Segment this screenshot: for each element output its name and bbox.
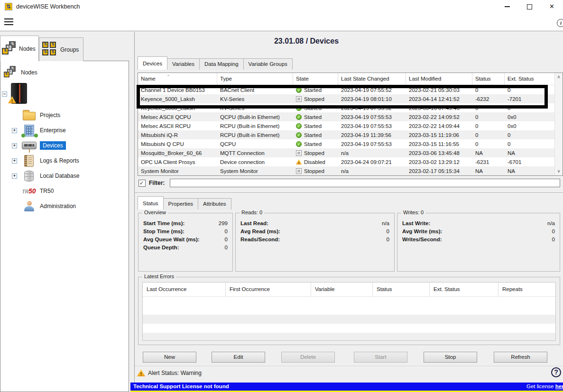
sidebar-item-projects[interactable]: Projects bbox=[0, 108, 129, 123]
get-license-link[interactable]: here bbox=[555, 383, 563, 389]
table-row[interactable]: Mosquitto_Broker_60_66 MQTT Connection S… bbox=[138, 148, 554, 157]
state-icon bbox=[296, 96, 302, 102]
license-message: Technical Support License not found bbox=[133, 383, 229, 391]
column-header-last-occurrence[interactable]: Last Occurrence bbox=[143, 283, 226, 296]
stat-value: 0 bbox=[225, 245, 228, 250]
menu-bar bbox=[0, 13, 563, 31]
edit-button[interactable]: Edit bbox=[212, 352, 265, 363]
column-header-variable[interactable]: Variable bbox=[311, 283, 373, 296]
column-header-type[interactable]: Type bbox=[217, 73, 293, 85]
minimize-button[interactable] bbox=[496, 0, 518, 13]
overview-groupbox: Overview Start Time (ms):299 Stop Time (… bbox=[138, 213, 233, 272]
divider bbox=[135, 366, 563, 367]
latest-errors-groupbox: Latest Errors Last Occurrence First Occu… bbox=[138, 277, 560, 345]
nodes-tree-panel: Nodes − Projects + Enterprise + Devices … bbox=[0, 61, 129, 392]
table-row[interactable]: System Monitor System Monitor Stopped n/… bbox=[138, 166, 554, 175]
database-icon bbox=[21, 171, 37, 182]
sidebar-item-devices[interactable]: + Devices bbox=[0, 138, 129, 153]
stat-label: Avg Read (ms): bbox=[240, 228, 280, 234]
tree-root-node[interactable]: − bbox=[0, 82, 129, 108]
scroll-up-icon[interactable]: ∧ bbox=[555, 73, 563, 81]
nodes-icon bbox=[2, 41, 18, 56]
close-button[interactable]: ✕ bbox=[541, 0, 563, 13]
column-header-repeats[interactable]: Repeats bbox=[498, 283, 555, 296]
tab-data-mapping[interactable]: Data Mapping bbox=[199, 58, 244, 70]
column-header-name[interactable]: ˆ Name bbox=[138, 73, 217, 85]
delete-button[interactable]: Delete bbox=[281, 352, 335, 363]
stat-label: Writes/Second: bbox=[402, 237, 442, 242]
sidebar-item-enterprise[interactable]: + Enterprise bbox=[0, 123, 129, 138]
empty-row bbox=[143, 306, 555, 315]
table-row[interactable]: Keyence_8000_Laksh KV-Series Started 202… bbox=[138, 103, 554, 112]
expand-plus-icon[interactable]: + bbox=[12, 158, 17, 164]
table-row[interactable]: Melsec ASCII QCPU QCPU (Built-in Etherne… bbox=[138, 112, 554, 121]
stat-value: 0 bbox=[387, 228, 389, 234]
hamburger-menu-icon[interactable] bbox=[4, 18, 13, 26]
new-button[interactable]: New bbox=[143, 352, 196, 363]
scroll-down-icon[interactable]: ∨ bbox=[555, 167, 563, 175]
latest-errors-header: Last Occurrence First Occurrence Variabl… bbox=[143, 283, 555, 297]
sidebar-item-tr50[interactable]: TR TR50 bbox=[0, 183, 129, 199]
title-bar: deviceWISE Workbench ✕ bbox=[0, 0, 563, 13]
info-icon[interactable]: i bbox=[557, 19, 563, 27]
table-row[interactable]: Keyence_5000_Laksh KV-Series Stopped 202… bbox=[138, 94, 554, 103]
state-icon bbox=[296, 114, 302, 120]
state-icon bbox=[296, 132, 302, 138]
table-row[interactable]: Channel 1 Device BB0153 BACnet Client St… bbox=[138, 85, 554, 94]
empty-row bbox=[143, 297, 555, 306]
tab-status[interactable]: Status bbox=[138, 196, 164, 210]
column-header-first-occurrence[interactable]: First Occurrence bbox=[226, 283, 311, 296]
sidebar-tab-nodes[interactable]: Nodes bbox=[0, 36, 39, 61]
empty-row bbox=[143, 315, 555, 324]
tab-attributes[interactable]: Attributes bbox=[198, 198, 231, 210]
table-row[interactable]: Melsec ASCII RCPU RCPU (Built-in Etherne… bbox=[138, 121, 554, 130]
stat-label: Last Write: bbox=[402, 220, 430, 226]
minimize-icon bbox=[505, 6, 510, 7]
table-row[interactable]: Mitsubishi iQ-R RCPU (Built-in Ethernet)… bbox=[138, 130, 554, 139]
collapse-expander-icon[interactable]: − bbox=[2, 91, 7, 97]
expand-plus-icon[interactable]: + bbox=[12, 128, 17, 133]
tab-devices[interactable]: Devices bbox=[138, 56, 167, 70]
column-header-status[interactable]: Status bbox=[373, 283, 430, 296]
expand-plus-icon[interactable]: + bbox=[12, 173, 17, 179]
alert-status-text: Alert Status: Warning bbox=[148, 369, 202, 377]
column-header-ext-status[interactable]: Ext. Status bbox=[430, 283, 498, 296]
filter-label: Filter: bbox=[149, 179, 165, 187]
maximize-button[interactable] bbox=[518, 0, 541, 13]
stat-label: Avg Write (ms): bbox=[402, 228, 442, 234]
sidebar-item-local-database[interactable]: + Local Database bbox=[0, 168, 129, 183]
get-license-text: Get license here bbox=[526, 383, 563, 391]
vertical-scrollbar[interactable]: ∧ ∨ bbox=[554, 73, 563, 175]
stop-button[interactable]: Stop bbox=[424, 352, 477, 363]
sort-asc-icon: ˆ bbox=[167, 73, 169, 83]
column-header-ext-status[interactable]: Ext. Status bbox=[505, 73, 555, 85]
logs-icon bbox=[21, 155, 37, 167]
latest-errors-table: Last Occurrence First Occurrence Variabl… bbox=[142, 282, 556, 341]
help-icon[interactable]: ? bbox=[551, 367, 561, 377]
latest-errors-legend: Latest Errors bbox=[142, 273, 176, 279]
tab-variable-groups[interactable]: Variable Groups bbox=[243, 58, 293, 70]
stat-value: 0 bbox=[552, 228, 555, 234]
window-controls: ✕ bbox=[496, 0, 563, 13]
sidebar-tab-nodes-label: Nodes bbox=[19, 46, 36, 52]
refresh-button[interactable]: Refresh bbox=[494, 352, 547, 363]
filter-checkbox[interactable] bbox=[138, 180, 146, 187]
expand-plus-icon[interactable]: + bbox=[12, 143, 17, 148]
sidebar-tab-groups[interactable]: Groups bbox=[39, 37, 83, 61]
enterprise-icon bbox=[21, 125, 37, 137]
sidebar-item-administration[interactable]: Administration bbox=[0, 199, 129, 214]
column-header-last-modified[interactable]: Last Modified bbox=[406, 73, 472, 85]
start-button[interactable]: Start bbox=[354, 352, 407, 363]
column-header-status[interactable]: Status bbox=[472, 73, 505, 85]
filter-input[interactable] bbox=[170, 179, 560, 187]
sidebar-item-logs-reports[interactable]: + Logs & Reports bbox=[0, 153, 129, 168]
state-icon bbox=[296, 141, 302, 147]
table-row[interactable]: OPC UA Client Prosys Device connection D… bbox=[138, 157, 554, 166]
table-row[interactable]: Mitsubishi Q CPU QCPU Started 2023-04-19… bbox=[138, 139, 554, 148]
tab-properties[interactable]: Properties bbox=[163, 198, 198, 210]
column-header-state[interactable]: State bbox=[293, 73, 338, 85]
column-header-last-state-changed[interactable]: Last State Changed bbox=[338, 73, 406, 85]
stat-label: Reads/Second: bbox=[240, 237, 280, 242]
tab-variables[interactable]: Variables bbox=[167, 58, 200, 70]
stat-label: Avg Queue Wait (ms): bbox=[143, 237, 200, 242]
